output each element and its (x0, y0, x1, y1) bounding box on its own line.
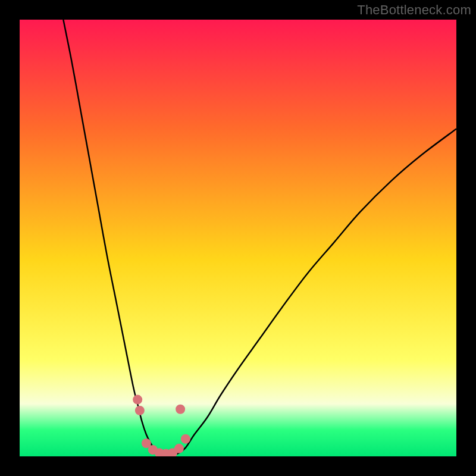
chart-outer-frame: TheBottleneck.com (0, 0, 476, 476)
gradient-background (20, 20, 456, 456)
plot-area (20, 20, 456, 456)
watermark-text: TheBottleneck.com (357, 2, 471, 18)
data-dot (133, 395, 142, 405)
data-dot (176, 405, 185, 414)
data-dot (135, 406, 145, 415)
data-dot (174, 444, 184, 453)
data-dot (181, 434, 190, 444)
chart-svg (20, 20, 456, 456)
